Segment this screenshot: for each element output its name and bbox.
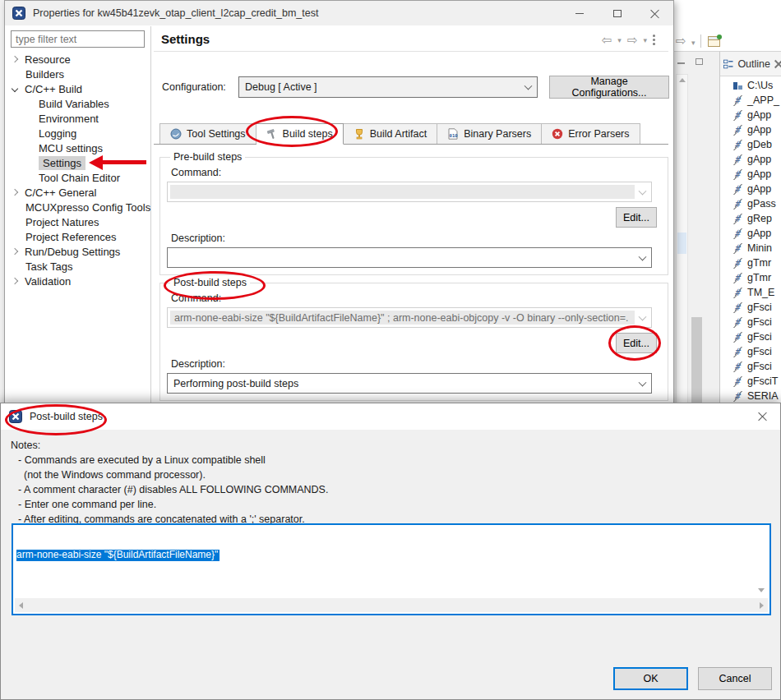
settings-tabbar: Tool Settings Build steps Build Artifact…	[159, 123, 640, 145]
define-icon: #	[731, 228, 744, 239]
tree-item-mcu-settings[interactable]: MCU settings	[7, 140, 149, 155]
trophy-icon	[354, 128, 365, 140]
pre-build-command-select[interactable]	[167, 182, 652, 202]
outline-item[interactable]: #gFsci	[720, 329, 781, 344]
scrollbar-thumb[interactable]	[691, 317, 702, 404]
outline-item[interactable]: #gFsciT	[720, 374, 781, 389]
tree-item-tool-chain-editor[interactable]: Tool Chain Editor	[7, 170, 149, 185]
chevron-down-icon	[639, 252, 647, 260]
dialog-title-bar: Post-build steps	[1, 403, 780, 430]
selected-tree-item: Settings	[39, 156, 85, 170]
filter-input[interactable]	[11, 30, 145, 48]
outline-item[interactable]: #gRep	[720, 211, 781, 226]
close-icon[interactable]	[774, 60, 781, 67]
tree-item-builders[interactable]: Builders	[7, 67, 149, 81]
outline-item[interactable]: #gApp	[720, 182, 781, 196]
pre-build-edit-button[interactable]: Edit...	[616, 207, 657, 228]
define-icon: #	[731, 243, 744, 254]
configuration-label: Configuration:	[162, 81, 226, 93]
forward-arrow-icon[interactable]: ⇨	[676, 35, 686, 47]
pre-build-description-select[interactable]	[167, 247, 652, 268]
cancel-button[interactable]: Cancel	[698, 667, 772, 690]
tree-item-run-debug-settings[interactable]: Run/Debug Settings	[7, 244, 149, 259]
tree-item-validation[interactable]: Validation	[7, 274, 149, 288]
outline-item[interactable]: #gFsci	[720, 315, 781, 329]
outline-tab[interactable]: Outline	[720, 52, 781, 76]
tree-item-cpp-general[interactable]: C/C++ General	[7, 185, 149, 200]
post-build-description-select[interactable]: Performing post-build steps	[167, 373, 652, 394]
outline-item[interactable]: #TM_E	[720, 285, 781, 300]
tree-item-environment[interactable]: Environment	[7, 111, 149, 126]
background-scrollbar-2[interactable]	[691, 74, 703, 404]
outline-item[interactable]: #gApp	[720, 122, 781, 137]
chevron-down-icon[interactable]: ▾	[691, 39, 696, 47]
outline-item[interactable]: #gApp	[720, 226, 781, 241]
outline-item[interactable]: #gApp	[720, 167, 781, 182]
outline-item[interactable]: #gFsci	[720, 300, 781, 315]
outline-item[interactable]: #SERIA	[720, 389, 781, 403]
define-icon: #	[731, 140, 744, 150]
scroll-left-icon[interactable]	[19, 602, 23, 609]
view-menu-icon[interactable]	[653, 35, 655, 37]
pre-build-description-label: Description:	[171, 233, 225, 244]
window-title: Properties for kw45b41zevk_otap_client_l…	[33, 7, 318, 19]
configuration-select[interactable]: Debug [ Active ]	[238, 76, 538, 98]
tab-build-artifact[interactable]: Build Artifact	[344, 123, 437, 145]
commands-textarea[interactable]: arm-none-eabi-size "${BuildArtifactFileN…	[12, 523, 771, 615]
outline-item[interactable]: C:\Us	[720, 78, 781, 93]
scrollbar-thumb[interactable]	[677, 233, 686, 254]
outline-item[interactable]: #gDeb	[720, 137, 781, 152]
back-arrow-icon[interactable]: ⇦	[602, 34, 612, 46]
pin-editor-icon[interactable]	[708, 36, 720, 47]
scroll-up-icon[interactable]	[679, 78, 686, 82]
post-build-command-select[interactable]: arm-none-eabi-size "${BuildArtifactFileN…	[167, 307, 652, 328]
close-icon[interactable]	[758, 412, 767, 421]
tab-error-parsers[interactable]: Error Parsers	[542, 123, 640, 145]
maximize-panel-icon[interactable]	[696, 58, 703, 65]
define-icon: #	[731, 288, 744, 298]
page-title: Settings	[161, 32, 210, 46]
annotation-arrow-head	[89, 155, 103, 170]
outline-item[interactable]: #gTmr	[720, 270, 781, 285]
define-icon: #	[731, 95, 744, 106]
outline-item[interactable]: #Minin	[720, 241, 781, 256]
chevron-down-icon	[639, 312, 647, 320]
tab-tool-settings[interactable]: Tool Settings	[159, 123, 256, 145]
maximize-button[interactable]	[598, 1, 635, 25]
chevron-down-icon[interactable]: ▾	[617, 36, 622, 44]
tree-item-mcuxpresso-config-tools[interactable]: MCUXpresso Config Tools	[7, 200, 149, 214]
close-button[interactable]	[636, 1, 673, 25]
outline-item[interactable]: #gTmr	[720, 256, 781, 270]
background-scrollbar[interactable]	[676, 74, 688, 404]
define-icon: #	[731, 199, 744, 210]
svg-text:010: 010	[450, 133, 458, 138]
chevron-down-icon[interactable]: ▾	[643, 36, 647, 44]
outline-item[interactable]: #gFsci	[720, 344, 781, 359]
outline-item[interactable]: #gApp	[720, 152, 781, 167]
tree-item-resource[interactable]: Resource	[7, 52, 149, 67]
tab-binary-parsers[interactable]: 010 Binary Parsers	[437, 123, 542, 145]
note-line: - Commands are executed by a Linux compa…	[11, 453, 328, 467]
minimize-panel-icon[interactable]	[677, 62, 685, 64]
tree-item-project-references[interactable]: Project References	[7, 229, 149, 244]
tree-item-logging[interactable]: Logging	[7, 126, 149, 140]
horizontal-scrollbar[interactable]	[15, 598, 768, 612]
ok-button[interactable]: OK	[613, 667, 688, 690]
include-icon	[732, 81, 743, 91]
scroll-down-icon[interactable]	[758, 588, 765, 592]
define-icon: #	[731, 391, 744, 402]
outline-item[interactable]: #gApp	[720, 108, 781, 122]
tree-item-cpp-build[interactable]: C/C++ Build	[7, 81, 149, 96]
tree-item-build-variables[interactable]: Build Variables	[7, 96, 149, 111]
forward-arrow-icon[interactable]: ⇨	[627, 34, 638, 46]
outline-item[interactable]: #gFsci	[720, 359, 781, 374]
manage-configurations-button[interactable]: Manage Configurations...	[549, 76, 669, 99]
tree-item-task-tags[interactable]: Task Tags	[7, 259, 149, 274]
define-icon: #	[731, 169, 744, 180]
minimize-button[interactable]	[561, 1, 598, 25]
outline-item[interactable]: #gPass	[720, 196, 781, 211]
scroll-right-icon[interactable]	[760, 602, 764, 609]
tab-content-border	[154, 144, 668, 145]
outline-item[interactable]: #_APP_	[720, 93, 781, 108]
tree-item-project-natures[interactable]: Project Natures	[7, 214, 149, 229]
